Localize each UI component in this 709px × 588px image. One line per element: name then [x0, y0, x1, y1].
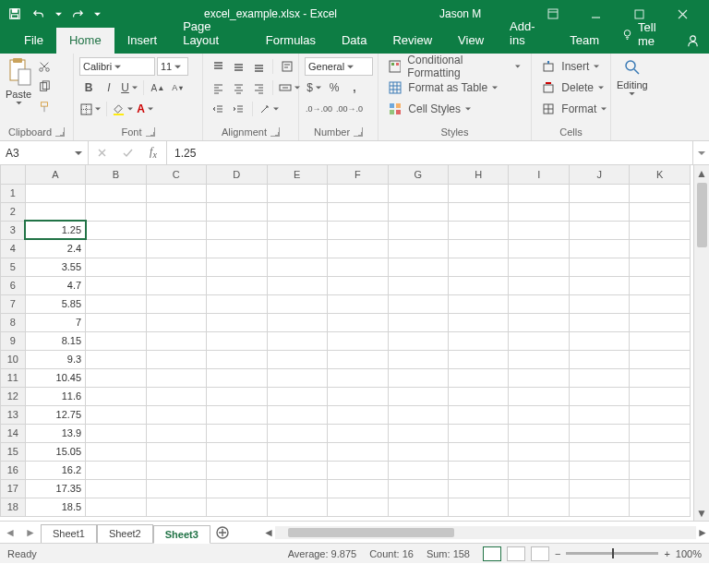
number-dialog-launcher[interactable]: [354, 127, 363, 137]
cell-A8[interactable]: 7: [25, 313, 85, 331]
cell-H4[interactable]: [448, 239, 508, 258]
cell-B14[interactable]: [86, 424, 146, 442]
cell-E15[interactable]: [267, 442, 327, 461]
format-cells-button[interactable]: Format: [537, 100, 611, 118]
cell-B8[interactable]: [86, 313, 146, 331]
name-box-dropdown-icon[interactable]: [75, 150, 82, 157]
align-left-button[interactable]: [209, 78, 227, 97]
zoom-slider[interactable]: [566, 552, 658, 555]
row-header[interactable]: 3: [1, 221, 26, 239]
cell-J18[interactable]: [569, 498, 629, 516]
cell-F13[interactable]: [328, 405, 388, 424]
cell-H13[interactable]: [448, 405, 508, 424]
cell-A9[interactable]: 8.15: [25, 331, 85, 350]
cell-A4[interactable]: 2.4: [25, 239, 85, 258]
cell-I12[interactable]: [509, 387, 569, 405]
font-name-dropdown[interactable]: Calibri: [79, 57, 155, 76]
copy-button[interactable]: [35, 78, 54, 96]
cell-H17[interactable]: [448, 479, 508, 498]
conditional-formatting-button[interactable]: Conditional Formatting: [384, 57, 525, 76]
cell-A13[interactable]: 12.75: [25, 405, 85, 424]
cell-A16[interactable]: 16.2: [25, 461, 85, 479]
cell-J13[interactable]: [569, 405, 629, 424]
cell-D6[interactable]: [207, 276, 267, 294]
cell-F7[interactable]: [328, 294, 388, 313]
cell-E2[interactable]: [267, 202, 327, 221]
cell-F17[interactable]: [328, 479, 388, 498]
column-header[interactable]: E: [267, 165, 327, 184]
cell-A7[interactable]: 5.85: [25, 294, 85, 313]
cell-G13[interactable]: [388, 405, 448, 424]
cell-F10[interactable]: [328, 350, 388, 368]
column-header[interactable]: I: [509, 165, 569, 184]
cell-C14[interactable]: [146, 424, 206, 442]
cell-F3[interactable]: [328, 221, 388, 239]
cell-G15[interactable]: [388, 442, 448, 461]
cell-grid[interactable]: ABCDEFGHIJK1231.2542.453.5564.775.858798…: [0, 165, 691, 517]
bold-button[interactable]: B: [79, 78, 98, 97]
cell-H10[interactable]: [448, 350, 508, 368]
row-header[interactable]: 13: [1, 405, 26, 424]
cell-I5[interactable]: [509, 258, 569, 276]
cell-E10[interactable]: [267, 350, 327, 368]
tab-data[interactable]: Data: [329, 28, 379, 54]
cell-B18[interactable]: [86, 498, 146, 516]
cell-C12[interactable]: [146, 387, 206, 405]
cell-H1[interactable]: [448, 184, 508, 202]
cell-B13[interactable]: [86, 405, 146, 424]
format-painter-button[interactable]: [35, 98, 54, 116]
cell-D1[interactable]: [207, 184, 267, 202]
cell-C9[interactable]: [146, 331, 206, 350]
cell-C4[interactable]: [146, 239, 206, 258]
cell-B5[interactable]: [86, 258, 146, 276]
cell-E7[interactable]: [267, 294, 327, 313]
row-header[interactable]: 18: [1, 498, 26, 516]
column-header[interactable]: C: [146, 165, 206, 184]
cell-A14[interactable]: 13.9: [25, 424, 85, 442]
column-header[interactable]: H: [448, 165, 508, 184]
cell-A2[interactable]: [25, 202, 85, 221]
cell-I2[interactable]: [509, 202, 569, 221]
cell-J9[interactable]: [569, 331, 629, 350]
cell-F11[interactable]: [328, 368, 388, 387]
cell-B4[interactable]: [86, 239, 146, 258]
cell-K5[interactable]: [630, 258, 691, 276]
scroll-up-icon[interactable]: ▲: [694, 165, 709, 181]
cell-F8[interactable]: [328, 313, 388, 331]
cell-H5[interactable]: [448, 258, 508, 276]
tab-insert[interactable]: Insert: [114, 28, 171, 54]
cell-D18[interactable]: [207, 498, 267, 516]
cell-styles-button[interactable]: Cell Styles: [384, 100, 475, 118]
redo-icon[interactable]: [68, 5, 87, 23]
cell-D16[interactable]: [207, 461, 267, 479]
cell-F2[interactable]: [328, 202, 388, 221]
cell-B1[interactable]: [86, 184, 146, 202]
cell-C13[interactable]: [146, 405, 206, 424]
cell-D8[interactable]: [207, 313, 267, 331]
cell-K14[interactable]: [630, 424, 691, 442]
cell-B17[interactable]: [86, 479, 146, 498]
save-icon[interactable]: [6, 5, 24, 23]
cell-G7[interactable]: [388, 294, 448, 313]
row-header[interactable]: 7: [1, 294, 26, 313]
cell-C8[interactable]: [146, 313, 206, 331]
cell-I9[interactable]: [509, 331, 569, 350]
cell-K13[interactable]: [630, 405, 691, 424]
cell-H9[interactable]: [448, 331, 508, 350]
cell-F12[interactable]: [328, 387, 388, 405]
cell-D5[interactable]: [207, 258, 267, 276]
cell-F5[interactable]: [328, 258, 388, 276]
cell-D10[interactable]: [207, 350, 267, 368]
column-header[interactable]: J: [569, 165, 629, 184]
cell-C6[interactable]: [146, 276, 206, 294]
cell-G1[interactable]: [388, 184, 448, 202]
cell-A11[interactable]: 10.45: [25, 368, 85, 387]
row-header[interactable]: 16: [1, 461, 26, 479]
border-button[interactable]: [79, 100, 102, 118]
cut-button[interactable]: [35, 57, 54, 76]
cell-C2[interactable]: [146, 202, 206, 221]
cell-D14[interactable]: [207, 424, 267, 442]
zoom-out-button[interactable]: −: [555, 548, 560, 559]
align-bottom-button[interactable]: [249, 57, 268, 76]
row-header[interactable]: 9: [1, 331, 26, 350]
